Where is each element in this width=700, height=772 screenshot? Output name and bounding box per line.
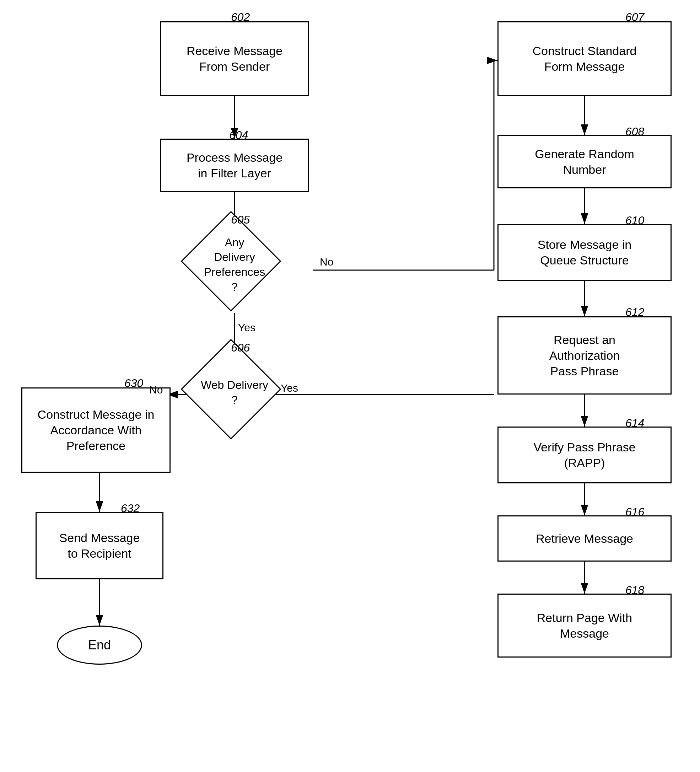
label-no-605: No bbox=[320, 256, 333, 268]
num-602: 602 bbox=[231, 11, 250, 24]
node-614: Verify Pass Phrase(RAPP) bbox=[498, 427, 672, 483]
num-605: 605 bbox=[231, 213, 250, 226]
flowchart-diagram: Receive MessageFrom Sender 602 Process M… bbox=[0, 0, 700, 772]
num-630: 630 bbox=[124, 377, 143, 390]
node-605: AnyDeliveryPreferences? bbox=[192, 222, 277, 307]
node-604: Process Messagein Filter Layer bbox=[160, 139, 309, 192]
label-no-606: No bbox=[149, 384, 163, 396]
num-606: 606 bbox=[231, 341, 250, 354]
node-632: Send Messageto Recipient bbox=[36, 512, 163, 579]
label-yes-606: Yes bbox=[281, 382, 298, 394]
num-612: 612 bbox=[625, 306, 644, 319]
num-608: 608 bbox=[625, 125, 644, 138]
node-607: Construct StandardForm Message bbox=[498, 21, 672, 96]
num-610: 610 bbox=[625, 214, 644, 227]
label-yes-605: Yes bbox=[238, 322, 256, 334]
num-604: 604 bbox=[229, 129, 248, 142]
num-607: 607 bbox=[625, 11, 644, 24]
num-632: 632 bbox=[121, 502, 140, 515]
node-608: Generate RandomNumber bbox=[498, 135, 672, 188]
node-606: Web Delivery? bbox=[192, 350, 277, 435]
node-618: Return Page WithMessage bbox=[498, 594, 672, 658]
node-616: Retrieve Message bbox=[498, 515, 672, 562]
num-616: 616 bbox=[625, 505, 644, 518]
node-602: Receive MessageFrom Sender bbox=[160, 21, 309, 96]
num-618: 618 bbox=[625, 584, 644, 597]
node-630: Construct Message inAccordance WithPrefe… bbox=[21, 388, 171, 473]
node-612: Request anAuthorizationPass Phrase bbox=[498, 316, 672, 394]
num-614: 614 bbox=[625, 417, 644, 430]
node-610: Store Message inQueue Structure bbox=[498, 224, 672, 281]
node-end: End bbox=[57, 626, 142, 665]
